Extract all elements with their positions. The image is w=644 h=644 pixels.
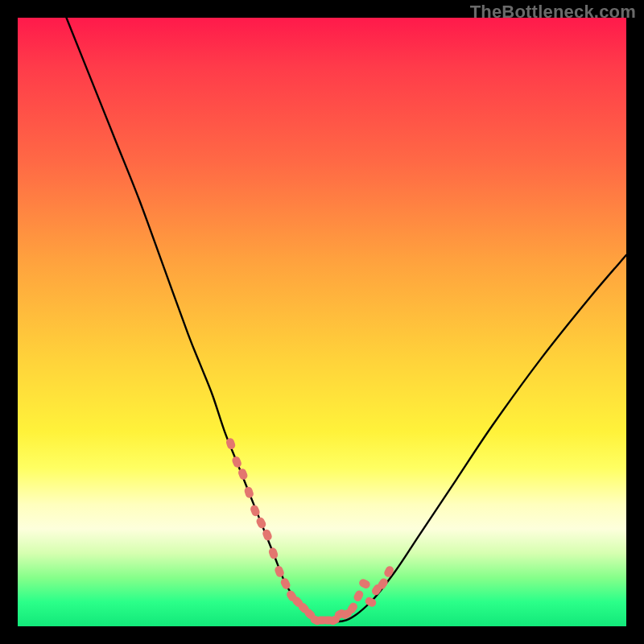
marker-dot	[383, 564, 395, 578]
marker-dot	[231, 456, 242, 469]
bottleneck-curve	[66, 18, 626, 621]
marker-dot	[353, 589, 365, 603]
chart-frame: TheBottleneck.com	[0, 0, 644, 644]
chart-plot-area	[18, 18, 626, 626]
marker-dot	[243, 485, 254, 498]
marker-dot	[357, 577, 371, 589]
marker-dot	[255, 516, 267, 530]
marker-dot	[279, 577, 291, 591]
watermark-text: TheBottleneck.com	[470, 2, 636, 23]
chart-svg	[18, 18, 626, 626]
marker-dot	[268, 547, 279, 559]
marker-dot	[274, 565, 285, 579]
marker-cluster	[225, 437, 395, 626]
